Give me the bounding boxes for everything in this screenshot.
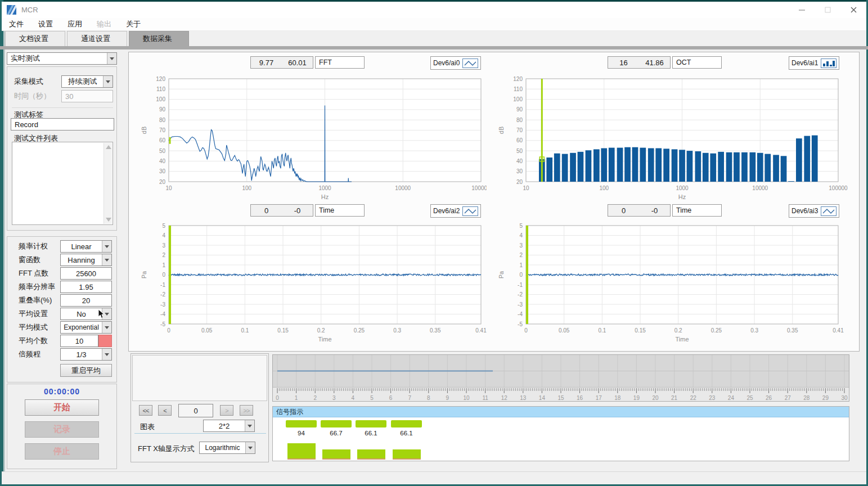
test-tag-input[interactable] xyxy=(11,118,114,130)
svg-text:80: 80 xyxy=(516,117,523,123)
oct-channel-select[interactable]: Dev6/ai1 xyxy=(789,56,839,70)
overlap-input[interactable] xyxy=(60,294,112,307)
chart-layout-label: 图表 xyxy=(140,422,155,432)
timeline-ruler[interactable]: 0123456789101112131415161718192021222324… xyxy=(273,388,849,402)
start-button[interactable]: 开始 xyxy=(25,399,99,416)
svg-text:0.25: 0.25 xyxy=(711,327,722,334)
avg-mode-select[interactable]: Exponential xyxy=(60,321,112,334)
svg-text:24: 24 xyxy=(728,395,735,401)
app-window: MCR 文件 设置 应用 输出 关于 文档设置 通道设置 数据采集 实时测试 采… xyxy=(0,0,868,486)
svg-text:0.3: 0.3 xyxy=(750,327,758,334)
time-ai2-type-box: Time xyxy=(315,204,365,217)
time-chart-ai3[interactable]: -5-4-3-2-101234500.050.10.150.20.250.30.… xyxy=(489,219,849,350)
svg-text:dB: dB xyxy=(141,127,147,134)
nav-prev-button[interactable]: < xyxy=(158,405,172,416)
window-func-select[interactable]: Hanning xyxy=(60,254,112,266)
svg-text:16: 16 xyxy=(577,395,583,401)
chevron-down-icon[interactable] xyxy=(102,254,111,266)
svg-text:26: 26 xyxy=(766,395,772,401)
record-timeline[interactable]: 0123456789101112131415161718192021222324… xyxy=(272,354,849,402)
svg-text:60: 60 xyxy=(159,137,166,143)
svg-text:22: 22 xyxy=(690,395,697,401)
signal-indicator-body: 94 66.7 66.1 66.1 xyxy=(273,417,849,461)
chart-layout-select[interactable]: 2*2 xyxy=(203,420,255,432)
oct-chart[interactable]: 2030405060708090100110120101001000100001… xyxy=(489,71,849,205)
tab-channel-settings[interactable]: 通道设置 xyxy=(67,31,127,46)
menu-application[interactable]: 应用 xyxy=(60,19,89,29)
time-ai3-channel-select[interactable]: Dev6/ai3 xyxy=(789,204,839,218)
svg-text:2: 2 xyxy=(519,252,523,258)
acq-mode-select[interactable]: 持续测试 xyxy=(61,75,113,88)
signal-level-bar xyxy=(286,420,317,428)
signal-meter-bar xyxy=(393,449,421,460)
svg-text:100: 100 xyxy=(599,185,609,191)
nav-next-button[interactable]: > xyxy=(220,405,233,416)
signal-meter-bar xyxy=(322,449,350,460)
svg-text:0.41: 0.41 xyxy=(833,327,844,334)
signal-indicator-title: 信号指示 xyxy=(273,407,849,417)
menu-about[interactable]: 关于 xyxy=(119,19,148,29)
svg-text:Pa: Pa xyxy=(141,271,147,278)
nav-first-button[interactable]: << xyxy=(139,405,152,416)
svg-text:90: 90 xyxy=(516,106,523,112)
svg-text:0.15: 0.15 xyxy=(635,327,646,334)
svg-text:Hz: Hz xyxy=(321,194,329,200)
test-file-list[interactable] xyxy=(12,142,113,225)
octave-select[interactable]: 1/3 xyxy=(60,348,112,361)
close-button[interactable] xyxy=(840,2,866,18)
svg-text:1: 1 xyxy=(519,262,523,268)
page-number-box[interactable]: 0 xyxy=(178,404,213,417)
scroll-up-icon[interactable] xyxy=(106,145,111,149)
chevron-down-icon[interactable] xyxy=(102,322,111,333)
svg-text:50: 50 xyxy=(516,148,523,154)
chevron-down-icon[interactable] xyxy=(107,53,116,64)
chevron-down-icon[interactable] xyxy=(102,349,111,360)
timeline-track[interactable] xyxy=(273,355,849,388)
fft-xaxis-select[interactable]: Logarithmic xyxy=(199,442,255,454)
chevron-down-icon[interactable] xyxy=(245,442,255,453)
time-chart-ai2[interactable]: -5-4-3-2-101234500.050.10.150.20.250.30.… xyxy=(135,219,487,350)
time-ai2-channel-select[interactable]: Dev6/ai2 xyxy=(430,204,481,218)
minimize-button[interactable] xyxy=(789,2,815,18)
nav-last-button[interactable]: >> xyxy=(240,405,253,416)
svg-text:30: 30 xyxy=(841,395,848,401)
menu-file[interactable]: 文件 xyxy=(2,19,31,29)
scroll-down-icon[interactable] xyxy=(106,218,111,222)
freq-weighting-select[interactable]: Linear xyxy=(60,240,112,253)
line-chart-icon xyxy=(821,206,836,216)
svg-text:-4: -4 xyxy=(518,311,523,317)
mouse-cursor xyxy=(98,309,105,322)
fft-cursor-readout: 9.7760.01 xyxy=(250,56,313,69)
menu-settings[interactable]: 设置 xyxy=(31,19,60,29)
window-border-left-inner xyxy=(3,17,5,486)
fft-chart[interactable]: 2030405060708090100110120101001000100001… xyxy=(135,71,487,205)
svg-text:7: 7 xyxy=(408,395,411,401)
tab-document-settings[interactable]: 文档设置 xyxy=(5,31,65,46)
tab-data-acquisition[interactable]: 数据采集 xyxy=(129,31,189,46)
test-mode-select[interactable]: 实时测试 xyxy=(7,52,117,65)
restart-average-button[interactable]: 重启平均 xyxy=(60,364,112,377)
time-plot-panel-ai3: 0-0 Time Dev6/ai3 -5-4-3-2-101234500.050… xyxy=(489,204,849,350)
svg-text:5: 5 xyxy=(519,223,523,229)
svg-text:20: 20 xyxy=(652,395,659,401)
maximize-button[interactable] xyxy=(815,2,840,18)
svg-text:3: 3 xyxy=(519,242,523,249)
svg-text:30: 30 xyxy=(516,168,523,174)
scrollbar[interactable] xyxy=(104,143,112,224)
time-ai2-cursor-readout: 0-0 xyxy=(250,204,313,217)
svg-text:10: 10 xyxy=(523,185,529,191)
signal-meter-bar xyxy=(287,443,316,460)
chevron-down-icon[interactable] xyxy=(103,76,113,87)
svg-text:15: 15 xyxy=(557,395,564,401)
svg-text:21: 21 xyxy=(671,395,678,401)
svg-text:20: 20 xyxy=(516,179,523,185)
avg-count-input[interactable] xyxy=(60,335,98,347)
chevron-down-icon[interactable] xyxy=(102,241,111,252)
fft-points-input[interactable] xyxy=(60,267,112,280)
svg-text:0: 0 xyxy=(167,327,170,334)
stop-button: 停止 xyxy=(25,443,99,460)
fft-channel-select[interactable]: Dev6/ai0 xyxy=(430,56,481,70)
chevron-down-icon[interactable] xyxy=(245,420,254,431)
fft-plot-panel: 9.7760.01 FFT Dev6/ai0 20304050607080901… xyxy=(135,56,487,205)
freq-resolution-input[interactable] xyxy=(60,281,112,293)
